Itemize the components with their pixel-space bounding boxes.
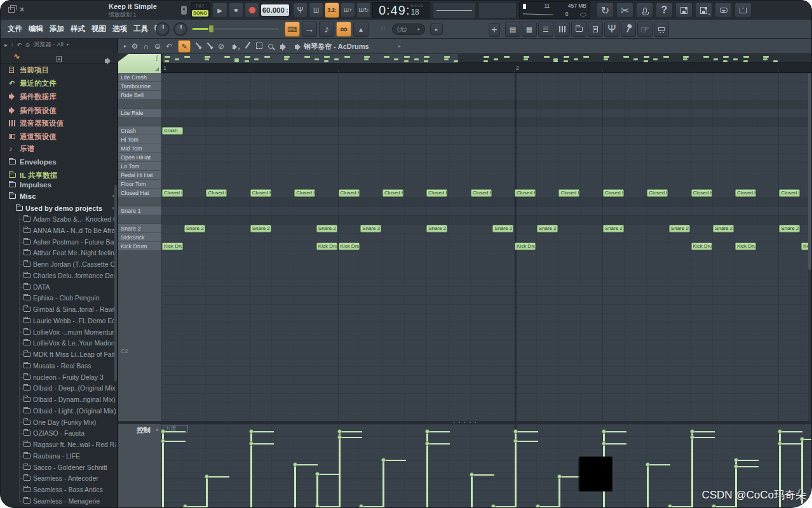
note[interactable]: Snare 2 bbox=[316, 225, 337, 232]
cut-button[interactable]: ✂ bbox=[616, 3, 633, 18]
drum-key-lo-tom[interactable]: Lo Tom bbox=[118, 162, 161, 171]
menu-item[interactable]: 视图 bbox=[88, 20, 109, 38]
demo-project-item[interactable]: Ragasur ft. Ne..wal - Red Rani bbox=[1, 439, 118, 450]
link-button[interactable]: ∞ bbox=[336, 22, 351, 37]
note[interactable]: Snare 2 bbox=[603, 225, 624, 232]
export-button[interactable] bbox=[734, 3, 752, 18]
drum-key-open-hihat[interactable]: Open HiHat bbox=[118, 153, 161, 162]
sidebar-item[interactable]: 混音器预设值 bbox=[1, 117, 118, 129]
draw-tool-button[interactable]: ✎ bbox=[178, 40, 191, 53]
demo-project-item[interactable]: Raubana - LIFE bbox=[1, 451, 118, 461]
note[interactable]: Snare 2 bbox=[713, 225, 734, 232]
tempo-spin-down-icon[interactable]: ▾ bbox=[287, 10, 288, 13]
tempo-display[interactable]: 60.000 ▴▾ bbox=[261, 4, 290, 17]
select-tool-icon[interactable] bbox=[254, 39, 264, 54]
velocity-handle[interactable] bbox=[513, 439, 518, 443]
velocity-handle[interactable] bbox=[690, 429, 694, 434]
pattern-play-button[interactable]: ▸ bbox=[430, 23, 443, 35]
velocity-handle[interactable] bbox=[513, 429, 518, 434]
velocity-stem[interactable] bbox=[250, 443, 252, 508]
velocity-handle[interactable] bbox=[337, 429, 342, 434]
note-slide-button[interactable]: ♪ bbox=[319, 22, 334, 37]
drum-key-mid-tom[interactable]: Mid Tom bbox=[118, 144, 161, 153]
record-button[interactable] bbox=[245, 3, 259, 18]
note[interactable]: Snare 2 bbox=[669, 225, 690, 232]
demo-project-item[interactable]: Seamless - Antecoder bbox=[1, 473, 118, 483]
velocity-handle[interactable] bbox=[359, 504, 363, 508]
drum-key-blank[interactable] bbox=[118, 197, 161, 206]
note[interactable]: Kick Drum bbox=[339, 243, 360, 250]
paint-tool-icon[interactable] bbox=[193, 39, 203, 54]
demo-project-item[interactable]: Musata - Real Bass bbox=[1, 361, 118, 371]
velocity-stem[interactable] bbox=[558, 476, 560, 508]
browser-search-icon[interactable]: ⊙ bbox=[25, 41, 30, 48]
pat-label[interactable]: PAT bbox=[196, 4, 205, 8]
demo-project-item[interactable]: Seamless - Bass Antics bbox=[1, 485, 118, 495]
velocity-stem[interactable] bbox=[339, 437, 341, 508]
metronome-small-button[interactable]: ▲ bbox=[353, 22, 369, 37]
velocity-handle[interactable] bbox=[646, 462, 650, 467]
pr-options-icon[interactable]: ⊜ bbox=[152, 39, 163, 54]
menu-item[interactable]: 编辑 bbox=[25, 20, 46, 38]
pr-menu-arrow-icon[interactable]: ▸ bbox=[121, 39, 129, 54]
note[interactable]: Closed Hat bbox=[735, 189, 756, 197]
demo-project-item[interactable]: Seamless - Menagerie bbox=[1, 496, 118, 506]
playlist-button[interactable]: ▤ bbox=[505, 22, 520, 37]
menu-item[interactable]: 文件 bbox=[4, 20, 25, 38]
demo-project-item[interactable]: Olbaid - Dynam..riginal Mix) bbox=[1, 394, 118, 404]
menu-item[interactable]: 样式 bbox=[67, 20, 88, 38]
tempo-value[interactable]: 60.000 bbox=[262, 6, 285, 14]
drum-key-ride-bell[interactable]: Ride Bell bbox=[118, 91, 161, 100]
snap-magnet-icon[interactable]: ∩ bbox=[141, 39, 151, 54]
velocity-handle[interactable] bbox=[470, 472, 474, 477]
velocity-handle[interactable] bbox=[734, 464, 738, 469]
velocity-handle[interactable] bbox=[161, 439, 165, 443]
demo-project-item[interactable]: Olbaid - Light..(Original Mix) bbox=[1, 406, 118, 416]
velocity-stem[interactable] bbox=[294, 464, 296, 508]
velocity-stem[interactable] bbox=[426, 443, 428, 508]
browser-up-icon[interactable]: ↑ bbox=[11, 41, 14, 48]
velocity-handle[interactable] bbox=[690, 435, 694, 439]
sidebar-item[interactable]: 插件数据库 bbox=[1, 91, 118, 102]
browser-forward-icon[interactable]: ▸ bbox=[4, 41, 8, 48]
main-pitch-knob[interactable] bbox=[173, 22, 187, 36]
browser-back-icon[interactable]: ↶ bbox=[17, 41, 22, 48]
sidebar-item[interactable]: 当前项目 bbox=[1, 64, 118, 76]
countdown-button[interactable]: 3.2: bbox=[325, 3, 339, 18]
oscilloscope-panel[interactable] bbox=[433, 2, 476, 18]
divider-handle-icon[interactable]: • • • • • bbox=[453, 420, 477, 424]
velocity-handle[interactable] bbox=[491, 504, 496, 508]
note[interactable]: Closed Hat bbox=[426, 189, 447, 197]
pr-title-chevron-icon[interactable]: ▸ bbox=[396, 39, 403, 54]
velocity-handle[interactable] bbox=[315, 472, 320, 476]
note[interactable]: Closed Hat bbox=[779, 189, 800, 197]
note[interactable]: Kick Drum bbox=[162, 243, 183, 250]
drum-key-lite-ride[interactable]: Lite Ride bbox=[118, 109, 161, 117]
drum-key-blank[interactable] bbox=[118, 215, 161, 224]
note[interactable]: Closed Hat bbox=[339, 189, 360, 197]
demo-project-item[interactable]: Benn Jordan (T..Cassette Cafe bbox=[1, 259, 118, 269]
song-mode-badge[interactable]: SONG bbox=[192, 10, 208, 17]
velocity-handle[interactable] bbox=[161, 429, 165, 434]
drum-key-pedal-hi-hat[interactable]: Pedal Hi Hat bbox=[118, 171, 161, 180]
cpu-memory-panel[interactable]: 11457 MB 0 bbox=[519, 1, 590, 19]
slice-tool-icon[interactable] bbox=[243, 39, 253, 54]
note[interactable]: Closed Hat bbox=[250, 189, 271, 197]
note[interactable]: Closed Hat bbox=[603, 189, 624, 197]
browser-scrollbar[interactable] bbox=[114, 185, 117, 382]
note[interactable]: Closed Hat bbox=[382, 189, 403, 197]
velocity-handle[interactable] bbox=[734, 458, 738, 462]
step-edit-button[interactable]: → bbox=[302, 22, 317, 37]
note[interactable]: Kick Drum bbox=[316, 243, 337, 250]
drum-key-closed-hat[interactable]: Closed Hat bbox=[118, 189, 161, 197]
pr-tools-icon[interactable]: ⚙ bbox=[130, 39, 140, 54]
demo-project-item[interactable]: Sacco - Goldener Schnitt bbox=[1, 462, 118, 472]
playback-tool-icon[interactable] bbox=[278, 39, 288, 54]
sidebar-item[interactable]: Misc▾ bbox=[1, 190, 118, 202]
note[interactable]: Crash bbox=[162, 127, 183, 135]
note[interactable]: Closed Hat bbox=[515, 189, 536, 197]
note[interactable]: Closed Hat bbox=[162, 189, 183, 197]
note[interactable]: Snare 2 bbox=[184, 225, 205, 232]
menu-item[interactable]: 工具 bbox=[130, 20, 151, 38]
plugin-button[interactable]: Ψ bbox=[604, 22, 619, 37]
